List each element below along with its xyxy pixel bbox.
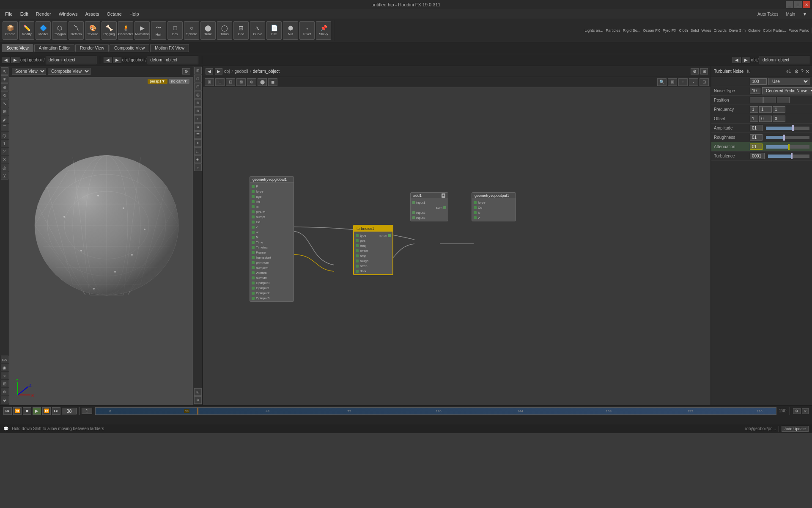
tool-curve[interactable]: ∿Curve (250, 21, 265, 40)
vr-btn-8[interactable]: ⚙ (194, 123, 202, 131)
timeline-skip-end[interactable]: ⏭ (52, 407, 60, 415)
fps-btn[interactable]: ⚙ (793, 408, 801, 414)
tool-rivet[interactable]: ⬩Rivet (299, 21, 315, 40)
ne-tool-2[interactable]: □ (215, 78, 225, 86)
param-position-y[interactable] (763, 97, 776, 103)
wires-tab[interactable]: Wires (701, 28, 711, 33)
ne-tool-search[interactable]: 🔍 (657, 78, 667, 86)
param-roughness-val[interactable] (750, 134, 763, 141)
menu-edit[interactable]: Edit (17, 11, 32, 17)
node-geometryvopoutput1[interactable]: geometryvopoutput1 force Cd N v (472, 192, 516, 221)
menu-assets[interactable]: Assets (82, 11, 102, 17)
viewport-tool-1[interactable]: 1 (1, 140, 8, 147)
vr-btn-10[interactable]: ✦ (194, 139, 202, 147)
ne-tool-5[interactable]: ⊕ (247, 78, 256, 86)
main-workspace[interactable]: Main (782, 11, 798, 17)
turbulence-slider[interactable] (768, 155, 809, 158)
viewport-tool-rotate[interactable]: ↻ (1, 91, 8, 99)
param-offset-y[interactable] (773, 116, 785, 122)
vr-btn-12[interactable]: ◈ (194, 155, 202, 163)
param-amplitude-val[interactable] (750, 125, 763, 131)
pyro-tab[interactable]: Pyro FX (663, 28, 677, 33)
node-header-turbnoise[interactable]: turbnoise1 (354, 226, 392, 232)
nav-back-left[interactable]: ◀ (2, 57, 10, 63)
timeline-stop[interactable]: ■ (23, 407, 31, 415)
viewport-tool-bottom4[interactable]: ⊕ (1, 388, 8, 395)
ne-tool-grid[interactable]: ⊞ (668, 78, 677, 86)
node-header-geovop[interactable]: geometryvopglobal1 (250, 177, 294, 183)
particles-tab[interactable]: Particles (606, 28, 620, 33)
breadcrumb-left-input[interactable] (46, 56, 96, 64)
ne-tool-6[interactable]: ⬤ (258, 78, 267, 86)
tab-render-view[interactable]: Render View (75, 44, 109, 52)
tool-box[interactable]: □Box (167, 21, 183, 40)
viewport-tool-bottom1[interactable]: ◉ (1, 364, 8, 371)
props-close-btn[interactable]: ✕ (805, 69, 809, 75)
menu-windows[interactable]: Windows (55, 11, 81, 17)
timeline-step-forward[interactable]: ⏩ (42, 407, 51, 415)
menu-file[interactable]: File (2, 11, 16, 17)
breadcrumb-left-geoboil[interactable]: geoboil (29, 58, 42, 62)
ocean-tab[interactable]: Ocean FX (643, 28, 660, 33)
ne-forward[interactable]: ▶ (215, 68, 222, 75)
node-canvas[interactable]: geometryvopglobal1 P force age life id p… (203, 87, 710, 405)
menu-render[interactable]: Render (33, 11, 55, 17)
rigid-tab[interactable]: Rigid Bo... (623, 28, 641, 33)
tool-model[interactable]: 🔷Model (36, 21, 51, 40)
tool-deform[interactable]: 〽Deform (69, 21, 84, 40)
param-select-signature[interactable]: Use (768, 78, 809, 85)
viewport-tool-scale[interactable]: ⤡ (1, 99, 8, 107)
tool-character[interactable]: 🧍Character (118, 21, 133, 40)
ne-back[interactable]: ◀ (206, 68, 213, 75)
colorfx-tab[interactable]: Color Partic... (763, 28, 786, 33)
minimize-button[interactable]: _ (786, 1, 793, 8)
nav-back-center[interactable]: ◀ (104, 57, 112, 63)
param-offset-mult[interactable] (750, 116, 758, 122)
viewport-tool-view[interactable]: 👁 (1, 75, 8, 83)
roughness-slider[interactable] (766, 136, 809, 139)
viewport-tool-paint[interactable]: 🖌 (1, 116, 8, 123)
viewport-tool-translate[interactable]: ⊕ (1, 83, 8, 91)
tab-scene-view[interactable]: Scene View (2, 44, 33, 52)
ne-tool-zoom-in[interactable]: + (678, 78, 688, 86)
drivesim-tab[interactable]: Drive Sim (729, 28, 746, 33)
breadcrumb-left-obj[interactable]: obj (20, 58, 26, 62)
nav-back-right[interactable]: ◀ (732, 57, 741, 63)
viewport-tool-2[interactable]: 2 (1, 148, 8, 155)
viewport-tool-abc[interactable]: abc (1, 356, 8, 363)
viewport-tool-bottom3[interactable]: ⊞ (1, 380, 8, 387)
param-position-x[interactable] (750, 97, 763, 103)
timeline-step-back[interactable]: ⏪ (13, 407, 22, 415)
amplitude-slider[interactable] (766, 127, 809, 130)
vr-btn-6[interactable]: ⊗ (194, 107, 202, 115)
param-input-noisetype-num[interactable] (750, 88, 760, 94)
cloth-tab[interactable]: Cloth (679, 28, 688, 33)
ne-tool-frame[interactable]: ⊡ (700, 78, 709, 86)
tool-torus[interactable]: ◯Torus (217, 21, 232, 40)
solid-tab[interactable]: Solid (690, 28, 699, 33)
node-add1[interactable]: add1 + input1 sum input2 input3 (410, 192, 448, 221)
viewport-settings-btn[interactable]: ⚙ (182, 68, 190, 75)
tool-file[interactable]: 📄File (266, 21, 282, 40)
lights-tab[interactable]: Lights an... (584, 28, 603, 33)
vr-btn-11[interactable]: ⬚ (194, 147, 202, 155)
vr-btn-4[interactable]: ◎ (194, 91, 202, 99)
view-mode-select[interactable]: Composite View (48, 68, 91, 75)
ne-path-deform[interactable]: deform_object (253, 69, 280, 74)
node-turbnoise1[interactable]: turbnoise1 type noise pos freq offset am… (353, 225, 393, 275)
tool-nut[interactable]: ⬢Nut (283, 21, 298, 40)
auto-takes[interactable]: Auto Takes (754, 11, 782, 17)
breadcrumb-center-geoboil[interactable]: geoboil (131, 58, 144, 62)
tab-animation-editor[interactable]: Animation Editor (34, 44, 74, 52)
viewport-tool-handle[interactable]: ⊞ (1, 108, 8, 115)
viewport-tool-bottom5[interactable]: ⬙ (1, 396, 8, 403)
param-input-100[interactable] (750, 78, 767, 85)
param-turbulence-val[interactable] (750, 153, 765, 159)
forcepartic-tab[interactable]: Force Partic (788, 28, 809, 33)
param-freq-x[interactable] (759, 106, 772, 113)
param-freq-mult[interactable] (750, 106, 758, 113)
timeline-play[interactable]: ▶ (33, 407, 41, 415)
node-header-geoout[interactable]: geometryvopoutput1 (472, 193, 516, 199)
vr-btn-2[interactable]: □ (194, 75, 202, 83)
param-freq-y[interactable] (773, 106, 785, 113)
